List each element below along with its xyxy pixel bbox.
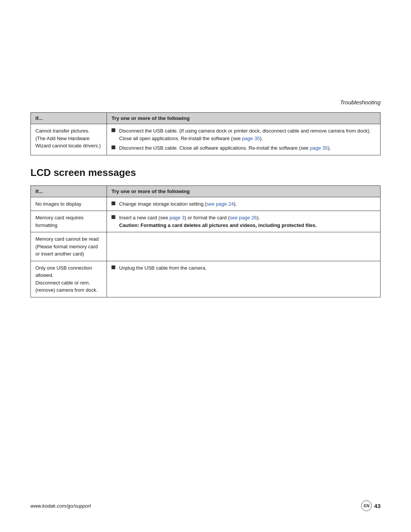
bullet-icon [112,265,115,269]
table-row: Only one USB connection allowed. Disconn… [31,261,381,297]
lcd-section-heading: LCD screen messages [30,167,381,179]
lcd-if-cell-4: Only one USB connection allowed. Disconn… [31,261,107,297]
bullet-item: Change image storage location setting (s… [112,200,376,208]
table1-col2-header: Try one or more of the following [107,113,381,124]
page3-link[interactable]: page 3 [169,215,185,220]
footer-page-area: EN 43 [361,500,381,511]
bullet-text: Disconnect the USB cable. Close all soft… [119,144,376,152]
bullet-text: Unplug the USB cable from the camera. [119,264,376,272]
page: Troubleshooting If... Try one or more of… [0,0,411,532]
bullet-icon [112,215,115,219]
bullet-item: Disconnect the USB cable. (If using came… [112,127,376,142]
bullet-text: Insert a new card (see page 3) or format… [119,214,376,229]
lcd-if-cell-2: Memory card requires formatting [31,211,107,232]
table-row: Cannot transfer pictures. (The Add New H… [31,124,381,155]
section-title: Troubleshooting [340,99,381,105]
lcd-table-col2-header: Try one or more of the following [107,185,381,197]
transfer-table: If... Try one or more of the following C… [30,112,381,155]
lcd-solution-cell-4: Unplug the USB cable from the camera. [107,261,381,297]
bullet-icon [112,201,115,205]
see-page24-link[interactable]: see page 24 [207,201,234,207]
lcd-table-col1-header: If... [31,185,107,197]
bullet-text: Change image storage location setting (s… [119,200,376,208]
table-row: Memory card cannot be read (Please forma… [31,232,381,261]
bullet-item: Disconnect the USB cable. Close all soft… [112,144,376,152]
bullet-item: Unplug the USB cable from the camera. [112,264,376,272]
lcd-table: If... Try one or more of the following N… [30,185,381,297]
section-header: Troubleshooting [30,99,381,105]
page-number: 43 [374,503,381,509]
table1-col1-header: If... [31,113,107,124]
lcd-solution-cell-1: Change image storage location setting (s… [107,197,381,211]
footer: www.kodak.com/go/support EN 43 [30,500,381,511]
see-page26-link[interactable]: see page 26 [229,215,257,220]
lcd-if-cell-1: No images to display [31,197,107,211]
lcd-solution-cell-2: Insert a new card (see page 3) or format… [107,211,381,232]
bullet-text: Disconnect the USB cable. (If using came… [119,127,376,142]
lcd-if-cell-3: Memory card cannot be read (Please forma… [31,232,107,261]
table-row: No images to display Change image storag… [31,197,381,211]
page35-link1[interactable]: page 35 [242,136,260,141]
page35-link2[interactable]: page 35 [310,145,328,151]
table1-solution-cell: Disconnect the USB cable. (If using came… [107,124,381,155]
footer-url: www.kodak.com/go/support [30,503,91,509]
table-row: Memory card requires formatting Insert a… [31,211,381,232]
caution-text: Caution: Formatting a card deletes all p… [119,222,317,228]
table1-if-cell: Cannot transfer pictures. (The Add New H… [31,124,107,155]
bullet-item: Insert a new card (see page 3) or format… [112,214,376,229]
bullet-icon [112,145,115,149]
bullet-icon [112,128,115,132]
en-badge: EN [361,500,372,511]
lcd-solution-cell-3 [107,232,381,261]
